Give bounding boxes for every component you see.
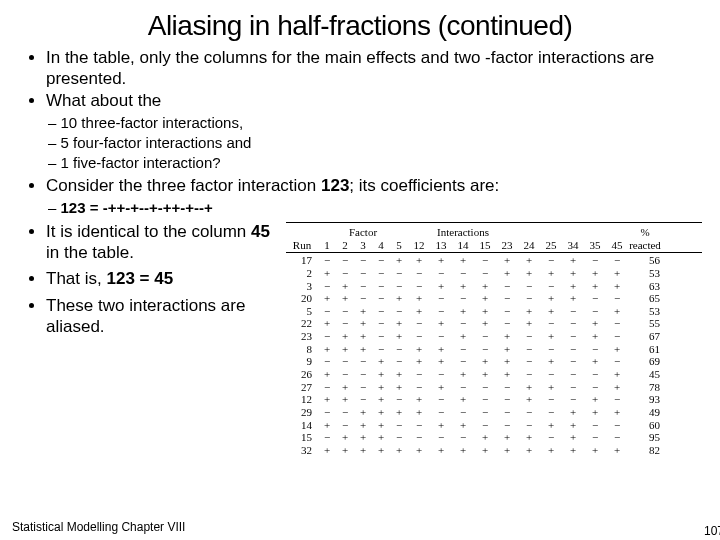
table-cell: 14	[286, 419, 318, 432]
table-cell: +	[430, 254, 452, 267]
text: ; its coefficients are:	[349, 176, 499, 195]
table-cell: −	[584, 368, 606, 381]
table-cell: −	[354, 254, 372, 267]
table-cell: +	[606, 444, 628, 457]
table-cell: +	[518, 254, 540, 267]
table-cell: −	[336, 254, 354, 267]
table-cell: +	[518, 381, 540, 394]
table-cell: 55	[628, 317, 662, 330]
table-cell: +	[474, 431, 496, 444]
table-cell: −	[452, 292, 474, 305]
table-cell: −	[452, 343, 474, 356]
footer-text: Statistical Modelling Chapter VIII	[12, 520, 185, 534]
table-cell: −	[390, 393, 408, 406]
text: in the table.	[46, 243, 134, 262]
table-cell: −	[408, 267, 430, 280]
table-cell: +	[606, 305, 628, 318]
table-cell: +	[562, 267, 584, 280]
table-cell: −	[540, 406, 562, 419]
table-cell: +	[336, 343, 354, 356]
table-cell: −	[336, 355, 354, 368]
table-cell: −	[584, 343, 606, 356]
table-cell: +	[318, 393, 336, 406]
table-cell: +	[430, 280, 452, 293]
table-cell: +	[606, 368, 628, 381]
table-cell: +	[408, 305, 430, 318]
table-cell: +	[606, 267, 628, 280]
table-cell: −	[372, 330, 390, 343]
table-cell: +	[318, 343, 336, 356]
table-cell: 65	[628, 292, 662, 305]
table-cell: −	[430, 368, 452, 381]
table-header-row: Run 1 2 3 4 5 12 13 14 15 23 24 25 34 35…	[286, 239, 702, 252]
left-bullets: It is identical to the column 45 in the …	[18, 222, 278, 344]
table-cell: +	[474, 305, 496, 318]
table-cell: −	[474, 393, 496, 406]
sub-coeff-string: 123 = -++-+--+-++-+--+	[48, 199, 702, 218]
table-cell: −	[540, 280, 562, 293]
bullet-list-bottom: It is identical to the column 45 in the …	[18, 222, 278, 338]
table-cell: −	[474, 406, 496, 419]
table-row: 27−+−++−+−−−++−−+78	[286, 381, 702, 394]
table-cell: −	[518, 406, 540, 419]
table-cell: −	[318, 406, 336, 419]
col-23: 23	[496, 239, 518, 252]
table-cell: 2	[286, 267, 318, 280]
table-cell: +	[452, 280, 474, 293]
table-cell: 15	[286, 431, 318, 444]
table-cell: +	[474, 368, 496, 381]
table-cell: +	[496, 431, 518, 444]
table-cell: −	[408, 317, 430, 330]
table-row: 3−+−−−−+++−−−+++63	[286, 280, 702, 293]
table-cell: 78	[628, 381, 662, 394]
table-cell: −	[336, 305, 354, 318]
table-row: 5−−+−−+−++−++−−+53	[286, 305, 702, 318]
table-cell: −	[562, 355, 584, 368]
col-25: 25	[540, 239, 562, 252]
bold-123: 123	[321, 176, 349, 195]
table-cell: −	[474, 267, 496, 280]
table-cell: −	[606, 292, 628, 305]
table-cell: +	[474, 317, 496, 330]
table-row: 29−−++++−−−−−−+++49	[286, 406, 702, 419]
table-cell: +	[540, 267, 562, 280]
table-cell: +	[540, 305, 562, 318]
table-cell: +	[390, 317, 408, 330]
text: That is,	[46, 269, 106, 288]
table-cell: +	[606, 381, 628, 394]
table-cell: −	[518, 343, 540, 356]
table-cell: +	[318, 267, 336, 280]
table-row: 2+−−−−−−−−++++++53	[286, 267, 702, 280]
slide-title: Aliasing in half-fractions (continued)	[18, 10, 702, 42]
table-cell: +	[390, 368, 408, 381]
table-cell: +	[540, 292, 562, 305]
table-cell: −	[452, 381, 474, 394]
table-cell: +	[540, 330, 562, 343]
table-row: 32+++++++++++++++82	[286, 444, 702, 457]
table-cell: −	[606, 317, 628, 330]
table-cell: −	[496, 393, 518, 406]
table-cell: +	[390, 330, 408, 343]
table-cell: −	[390, 305, 408, 318]
col-12: 12	[408, 239, 430, 252]
table-row: 23−++−+−−+−+−+−+−67	[286, 330, 702, 343]
table-cell: 22	[286, 317, 318, 330]
col-24: 24	[518, 239, 540, 252]
text: It is identical to the column	[46, 222, 251, 241]
table-cell: +	[336, 444, 354, 457]
table-cell: +	[390, 406, 408, 419]
table-cell: −	[606, 393, 628, 406]
table-cell: −	[474, 330, 496, 343]
table-cell: −	[372, 317, 390, 330]
table-cell: +	[540, 355, 562, 368]
table-cell: +	[390, 292, 408, 305]
table-cell: +	[540, 444, 562, 457]
table-cell: +	[496, 267, 518, 280]
table-cell: −	[372, 343, 390, 356]
table-row: 22+−+−+−+−+−+−−+−55	[286, 317, 702, 330]
table-cell: +	[408, 393, 430, 406]
col-45: 45	[606, 239, 628, 252]
bullet-list-mid: Consider the three factor interaction 12…	[18, 176, 702, 197]
table-cell: +	[452, 419, 474, 432]
table-cell: +	[336, 431, 354, 444]
